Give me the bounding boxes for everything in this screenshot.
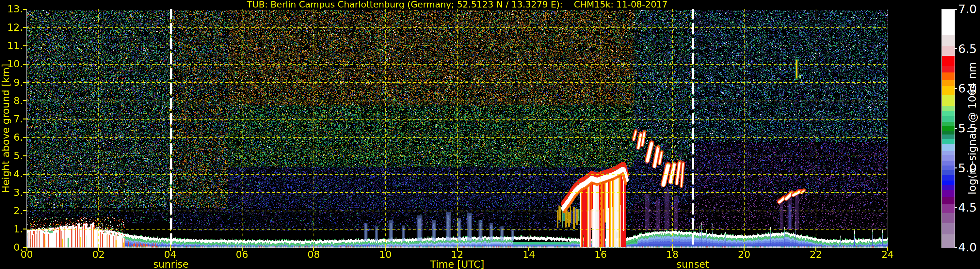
colorbar-segment (942, 131, 955, 134)
colorbar-tick-mark (955, 207, 957, 208)
colorbar-segment (942, 160, 955, 165)
y-tick-mark (23, 45, 27, 46)
y-tick-mark (23, 210, 27, 211)
x-tick-label: 22 (803, 249, 829, 259)
y-tick-label: 10. (3, 59, 23, 70)
colorbar-tick-mark (955, 9, 957, 10)
x-tick-label: 14 (516, 249, 542, 259)
colorbar-segment (942, 72, 955, 80)
x-tick-label: 20 (731, 249, 757, 259)
x-tick-label: 04 (157, 249, 183, 259)
y-tick-mark (23, 137, 27, 138)
y-tick-mark (23, 82, 27, 83)
colorbar-tick-mark (955, 128, 957, 129)
y-tick-label: 13. (3, 3, 23, 15)
y-tick-label: 7. (3, 114, 23, 125)
y-tick-mark (23, 118, 27, 119)
colorbar-tick-mark (955, 88, 957, 89)
y-tick-label: 3. (3, 187, 23, 198)
x-tick-label: 12 (444, 249, 470, 259)
colorbar-segment (942, 10, 955, 35)
y-tick-mark (23, 173, 27, 175)
colorbar-segment (942, 66, 955, 72)
y-tick-mark (23, 192, 27, 193)
x-tick-label: 00 (14, 249, 40, 259)
y-tick-label: 12. (3, 22, 23, 33)
colorbar-segment (942, 165, 955, 170)
lidar-heatmap-canvas (27, 9, 888, 247)
colorbar-segment (942, 116, 955, 122)
y-tick-label: 4. (3, 169, 23, 180)
colorbar-segment (942, 96, 955, 106)
colorbar-tick-label: 6.5 (958, 43, 980, 56)
y-tick-label: 6. (3, 132, 23, 143)
colorbar-segment (942, 126, 955, 131)
colorbar-segment (942, 80, 955, 86)
y-tick-mark (23, 64, 27, 65)
ceilometer-quicklook-page: { "meta": {"width": 3001, "height": 824,… (0, 0, 980, 269)
colorbar-segment (942, 204, 955, 213)
colorbar-segment (942, 190, 955, 197)
colorbar-segment (942, 121, 955, 126)
colorbar-segment (942, 197, 955, 204)
colorbar-segment (942, 234, 955, 248)
colorbar-segment (942, 134, 955, 139)
colorbar-tick-label: 6.0 (958, 82, 980, 95)
colorbar-tick-mark (955, 247, 957, 248)
y-tick-label: 5. (3, 150, 23, 161)
colorbar-tick-label: 7.0 (958, 3, 980, 16)
colorbar-segment (942, 185, 955, 190)
colorbar-segment (942, 110, 955, 116)
y-tick-label: 2. (3, 205, 23, 216)
y-tick-label: 9. (3, 77, 23, 88)
colorbar-segment (942, 144, 955, 151)
colorbar-tick-label: 5.0 (958, 162, 980, 175)
x-tick-label: 06 (229, 249, 255, 259)
colorbar-segment (942, 175, 955, 180)
x-tick-label: 24 (875, 249, 900, 259)
colorbar-segment (942, 213, 955, 223)
colorbar-segment (942, 170, 955, 175)
colorbar-segment (942, 35, 955, 46)
x-tick-label: 18 (659, 249, 686, 259)
colorbar-tick-label: 4.0 (958, 241, 980, 254)
y-tick-mark (23, 100, 27, 101)
y-tick-mark (23, 247, 27, 248)
y-tick-mark (23, 27, 27, 28)
colorbar-segment (942, 86, 955, 96)
y-tick-label: 1. (3, 224, 23, 235)
y-tick-mark (23, 9, 27, 10)
y-tick-mark (23, 155, 27, 156)
colorbar-tick-label: 4.5 (958, 201, 980, 214)
colorbar-segment (942, 180, 955, 185)
x-tick-label: 16 (587, 249, 614, 259)
sun-annotation-label: sunrise (142, 259, 200, 269)
x-tick-label: 08 (301, 249, 327, 259)
colorbar-segment (942, 139, 955, 144)
colorbar (942, 9, 955, 248)
colorbar-segment (942, 105, 955, 110)
colorbar-tick-label: 5.5 (958, 122, 980, 135)
colorbar-segment (942, 151, 955, 155)
colorbar-segment (942, 46, 955, 56)
y-tick-mark (23, 229, 27, 229)
colorbar-segment (942, 56, 955, 66)
y-tick-label: 11. (3, 40, 23, 51)
sun-annotation-label: sunset (663, 259, 722, 269)
y-tick-label: 8. (3, 96, 23, 107)
x-tick-label: 10 (372, 249, 398, 259)
colorbar-tick-mark (955, 167, 957, 169)
colorbar-segment (942, 155, 955, 161)
colorbar-segment (942, 223, 955, 235)
chart-title: TUB: Berlin Campus Charlottenburg (Germa… (27, 0, 888, 10)
x-tick-label: 02 (86, 249, 112, 259)
colorbar-tick-mark (955, 48, 957, 49)
